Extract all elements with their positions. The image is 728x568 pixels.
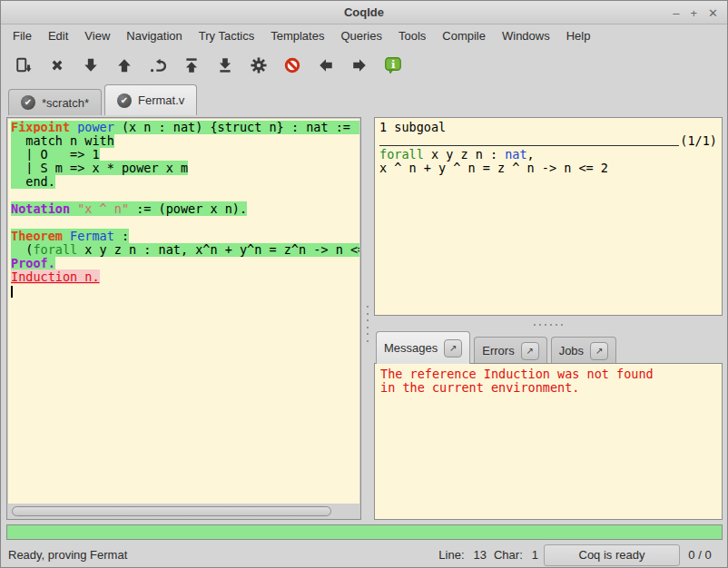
menu-try-tactics[interactable]: Try Tactics [191, 26, 262, 45]
message-tabs: Messages↗Errors↗Jobs↗ [374, 330, 723, 364]
menu-help[interactable]: Help [558, 26, 599, 45]
code-line: (1/1) [379, 134, 717, 148]
pane-splitter-horizontal[interactable] [374, 321, 723, 328]
title-bar[interactable]: CoqIde –+✕ [1, 1, 727, 24]
code-line: Notation "x ^ n" := (power x n). [11, 202, 359, 216]
go-to-cursor-button[interactable] [141, 49, 174, 82]
menu-templates[interactable]: Templates [262, 26, 332, 45]
detach-button[interactable]: ↗ [590, 342, 608, 360]
arrow-to-top-icon [183, 57, 200, 73]
script-pane: Fixpoint power (x n : nat) {struct n} : … [6, 117, 361, 520]
code-line: end. [11, 175, 359, 189]
menu-windows[interactable]: Windows [494, 26, 558, 45]
toolbar: i [1, 46, 727, 84]
make-button[interactable] [241, 49, 275, 82]
status-bar: Ready, proving Fermat Line: 13 Char: 1 C… [1, 542, 727, 568]
menu-file[interactable]: File [5, 26, 40, 45]
editor-tabs: ✔*scratch*✔Fermat.v [1, 84, 727, 115]
backward-button[interactable] [107, 49, 141, 82]
menu-view[interactable]: View [76, 26, 118, 45]
window-controls: –+✕ [673, 1, 718, 24]
go-to-start-button[interactable] [174, 49, 208, 82]
close-button[interactable]: ✕ [708, 7, 718, 19]
code-line: Fixpoint power (x n : nat) {struct n} : … [11, 121, 359, 134]
detach-icon: ↗ [449, 343, 457, 353]
char-value: 1 [532, 548, 538, 562]
gear-icon [251, 57, 267, 73]
minimize-button[interactable]: – [673, 7, 679, 19]
code-line: | O => 1 [11, 148, 359, 162]
coqide-window: CoqIde –+✕ FileEditViewNavigationTry Tac… [0, 0, 728, 568]
code-line: 1 subgoal [379, 121, 717, 134]
code-line: Theorem Fermat : [11, 230, 359, 243]
goal-panel[interactable]: 1 subgoal(1/1)forall x y z n : nat,x ^ n… [374, 117, 723, 316]
go-to-end-button[interactable] [208, 49, 241, 82]
job-counter: 0 / 0 [680, 548, 720, 562]
tab-jobs[interactable]: Jobs↗ [551, 337, 616, 364]
tab-label: Fermat.v [138, 93, 184, 107]
interrupt-button[interactable] [275, 49, 309, 82]
goal-counter: (1/1) [680, 134, 717, 148]
page-down-icon [15, 57, 32, 73]
next-button[interactable] [342, 49, 376, 82]
maximize-button[interactable]: + [691, 7, 698, 19]
message-line: The reference Induction was not found [380, 367, 716, 381]
detach-icon: ↗ [595, 346, 603, 356]
prohibition-icon [284, 57, 300, 73]
code-line [11, 216, 359, 230]
line-value: 13 [474, 548, 487, 562]
save-buffer-button[interactable] [6, 49, 40, 82]
code-line [11, 189, 359, 202]
tab-label: Jobs [559, 344, 584, 357]
menu-navigation[interactable]: Navigation [118, 26, 190, 45]
tab-label: *scratch* [42, 96, 89, 110]
about-button[interactable]: i [376, 49, 409, 82]
svg-text:i: i [390, 58, 395, 71]
info-balloon-icon: i [385, 57, 401, 73]
menu-compile[interactable]: Compile [434, 26, 494, 45]
detach-button[interactable]: ↗ [444, 339, 462, 357]
menu-bar: FileEditViewNavigationTry TacticsTemplat… [1, 24, 727, 46]
forward-button[interactable] [74, 49, 107, 82]
tab-label: Errors [482, 344, 514, 357]
text-cursor [11, 286, 13, 298]
menu-queries[interactable]: Queries [332, 26, 390, 45]
arrow-right-icon [351, 57, 368, 73]
goal-separator [379, 145, 679, 146]
detach-icon: ↗ [526, 346, 533, 356]
return-arrow-icon [150, 57, 166, 73]
status-message: Ready, proving Fermat [8, 548, 127, 562]
menu-tools[interactable]: Tools [390, 26, 434, 45]
code-line: forall x y z n : nat, [379, 148, 717, 162]
restart-button[interactable] [40, 49, 74, 82]
arrow-left-icon [318, 57, 334, 73]
tab-label: Messages [384, 341, 438, 355]
menu-edit[interactable]: Edit [40, 26, 76, 45]
window-title: CoqIde [344, 5, 384, 19]
tab-scratch[interactable]: ✔*scratch* [8, 89, 102, 115]
code-line: (forall x y z n : nat, x^n + y^n = z^n -… [11, 243, 359, 257]
code-line: | S m => x * power x m [11, 162, 359, 175]
tab-messages[interactable]: Messages↗ [376, 331, 470, 364]
message-line: in the current environment. [380, 381, 716, 395]
code-line: Induction n. [11, 270, 359, 284]
messages-panel[interactable]: The reference Induction was not foundin … [374, 363, 723, 520]
char-label: Char: [494, 548, 523, 562]
pane-splitter-vertical[interactable] [364, 306, 371, 342]
previous-button[interactable] [309, 49, 342, 82]
horizontal-scrollbar[interactable] [8, 504, 359, 518]
tab-fermat-v[interactable]: ✔Fermat.v [104, 84, 197, 115]
cross-icon [49, 57, 65, 73]
arrow-up-icon [116, 57, 133, 73]
coq-state-indicator: Coq is ready [544, 544, 680, 566]
code-line [11, 284, 359, 298]
code-line: Proof. [11, 257, 359, 270]
detach-button[interactable]: ↗ [521, 342, 539, 360]
scrollbar-thumb[interactable] [12, 506, 331, 516]
code-line: x ^ n + y ^ n = z ^ n -> n <= 2 [379, 162, 717, 175]
tab-errors[interactable]: Errors↗ [474, 337, 546, 364]
check-icon: ✔ [21, 95, 35, 110]
code-editor[interactable]: Fixpoint power (x n : nat) {struct n} : … [8, 119, 359, 504]
progress-bar [6, 524, 723, 540]
arrow-down-icon [83, 57, 99, 73]
